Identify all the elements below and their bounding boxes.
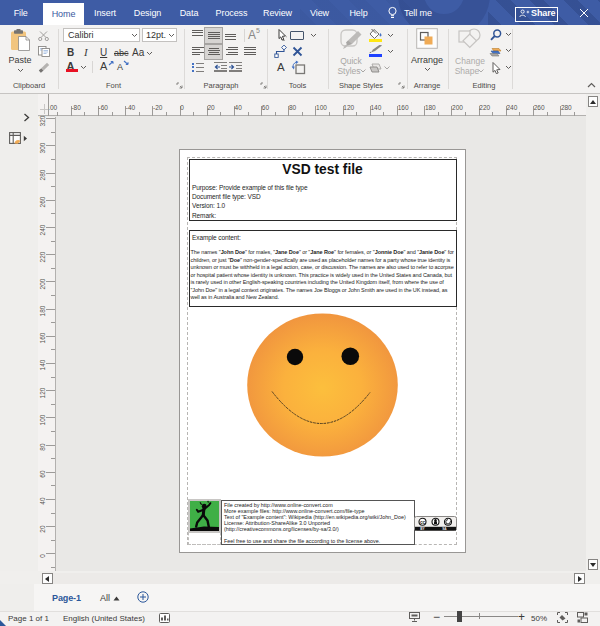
svg-text:SA: SA: [442, 527, 447, 531]
svg-text:cc: cc: [420, 520, 426, 525]
